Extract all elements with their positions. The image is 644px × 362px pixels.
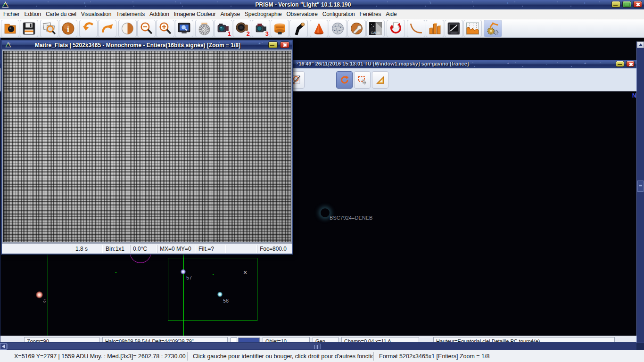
flat-minimize-button[interactable]: [268, 41, 278, 48]
horizontal-scrollbar-thumb[interactable]: [7, 344, 321, 349]
calibration-icon: CALIB: [368, 21, 383, 36]
redo-button[interactable]: [98, 20, 116, 37]
response-curve-button[interactable]: [407, 20, 425, 37]
flat-status-binning: Bin:1x1: [103, 245, 130, 253]
automation-robot-icon: [486, 21, 500, 36]
minimize-button[interactable]: [611, 1, 620, 8]
menu-visualisation[interactable]: Visualisation: [79, 9, 114, 19]
image-search-button[interactable]: [40, 20, 58, 37]
scroll-up-button[interactable]: [637, 41, 644, 48]
north-indicator: N: [632, 92, 636, 99]
bar-chart-icon: [428, 21, 442, 36]
map-status-dropdown[interactable]: [238, 337, 260, 342]
flat-image-area[interactable]: [2, 49, 292, 244]
open-image-button[interactable]: [1, 20, 19, 37]
scrollbar-corner: [636, 343, 644, 350]
undo-button[interactable]: [79, 20, 98, 37]
menu-observatoire[interactable]: Observatoire: [284, 9, 320, 19]
star-deneb[interactable]: [321, 208, 330, 217]
focuser-motor-icon: [272, 21, 287, 36]
main-toolbar: i 1 2 3 CALIB: [0, 19, 644, 38]
sky-map-title: °16'49" 26/11/2016 15:13:01 TU [Window1.…: [297, 61, 469, 66]
refresh-acquisition-button[interactable]: [387, 20, 405, 37]
flat-window-titlebar[interactable]: Maitre_Flats | 5202x3465 - Monochrome - …: [2, 41, 292, 49]
main-statusbar: X=5169 Y=2797 | 1559 ADU Moy. : Med.[3x3…: [0, 350, 644, 362]
maximize-button[interactable]: [622, 1, 631, 8]
calibration-button[interactable]: CALIB: [366, 20, 385, 37]
response-curve-icon: [409, 21, 423, 36]
flat-window-statusbar: 1.8 s Bin:1x1 0.0°C MX=0 MY=0 Filt.=? Fo…: [2, 244, 292, 254]
menu-imagerie-couleur[interactable]: Imagerie Couleur: [172, 9, 218, 19]
camera-3-button[interactable]: 3: [252, 20, 270, 37]
flat-field-image[interactable]: [3, 51, 291, 242]
menu-fenetres[interactable]: Fenêtres: [357, 9, 384, 19]
save-icon: [22, 21, 36, 36]
vertical-scrollbar[interactable]: [636, 41, 644, 350]
bar-chart-button[interactable]: [426, 20, 444, 37]
star-57[interactable]: [181, 269, 186, 274]
automation-robot-button[interactable]: [484, 20, 502, 37]
celestial-sphere-button[interactable]: [329, 20, 347, 37]
map-select-rect-button[interactable]: [354, 71, 371, 89]
scroll-up-arrow-icon: [639, 43, 643, 46]
turbine-wheel-button[interactable]: [195, 20, 214, 37]
cross-marker: ×: [243, 270, 247, 275]
scroll-left-button[interactable]: [0, 343, 7, 350]
tools-button[interactable]: [347, 20, 366, 37]
dome-furnace-button[interactable]: [445, 20, 463, 37]
tools-icon: [349, 21, 364, 36]
save-button[interactable]: [20, 20, 38, 37]
horizontal-scrollbar[interactable]: [0, 343, 644, 350]
vertical-scrollbar-thumb[interactable]: [637, 181, 644, 192]
prism-app: PRISM - Version "Light" 10.1.18.190 Fich…: [0, 0, 644, 362]
flat-status-temperature: 0.0°C: [130, 245, 157, 253]
screen-preview-button[interactable]: [175, 20, 193, 37]
flashlight-button[interactable]: [289, 20, 308, 37]
turbine-wheel-icon: [197, 21, 212, 36]
sky-map-close-button[interactable]: [626, 61, 635, 67]
contrast-button[interactable]: [118, 20, 137, 37]
menu-traitements[interactable]: Traitements: [114, 9, 147, 19]
zoom-in-button[interactable]: [156, 20, 174, 37]
menu-fichier[interactable]: Fichier: [1, 9, 22, 19]
celestial-sphere-icon: [330, 21, 345, 36]
green-dot-2: [116, 272, 116, 273]
histogram-button[interactable]: [463, 20, 482, 37]
close-button[interactable]: [633, 1, 642, 8]
map-status-halo: Halo=09h09 59.544 Delt=44°09'39.79": [102, 337, 228, 342]
cone-3d-button[interactable]: [310, 20, 328, 37]
map-set-square-button[interactable]: [372, 71, 388, 89]
sky-map-minimize-button[interactable]: [616, 61, 624, 67]
menu-analyse[interactable]: Analyse: [218, 9, 242, 19]
camera-1-button[interactable]: 1: [214, 20, 232, 37]
green-dot-1: [213, 274, 214, 275]
menu-spectrographie[interactable]: Spectrographie: [242, 9, 284, 19]
menu-carte-du-ciel[interactable]: Carte du ciel: [43, 9, 79, 19]
open-image-icon: [3, 21, 17, 36]
flat-status-filter: Filt.=?: [196, 245, 226, 253]
flat-status-mxy: MX=0 MY=0: [157, 245, 196, 253]
menu-addition[interactable]: Addition: [147, 9, 172, 19]
main-titlebar: PRISM - Version "Light" 10.1.18.190: [0, 0, 644, 9]
map-rotate-button[interactable]: [336, 71, 353, 89]
selection-rectangle-icon: [357, 73, 367, 87]
info-button[interactable]: i: [59, 20, 77, 37]
star-red-label: 45: [43, 299, 46, 303]
map-status-checkbox[interactable]: [231, 337, 237, 342]
status-hint: Click gauche pour identifier ou bouger, …: [188, 352, 373, 361]
menu-edition[interactable]: Edition: [22, 9, 43, 19]
menu-configuration[interactable]: Configuration: [320, 9, 357, 19]
flat-close-button[interactable]: [280, 41, 289, 48]
map-status-hauteur: Hauteur=Equatorial ciel Detaille PC tour…: [433, 337, 615, 342]
camera-2-button[interactable]: 2: [233, 20, 251, 37]
zoom-out-button[interactable]: [137, 20, 156, 37]
flat-status-focus: Foc=800.0: [257, 245, 292, 253]
camera-3-badge: 3: [265, 31, 269, 37]
star-red[interactable]: [36, 291, 43, 298]
refresh-acquisition-icon: [388, 21, 403, 36]
star-56[interactable]: [217, 292, 223, 297]
menu-aide[interactable]: Aide: [383, 9, 399, 19]
star-56-label: 56: [223, 298, 229, 304]
deneb-label: BSC7924=DENEB: [330, 215, 372, 221]
focuser-motor-button[interactable]: [271, 20, 289, 37]
